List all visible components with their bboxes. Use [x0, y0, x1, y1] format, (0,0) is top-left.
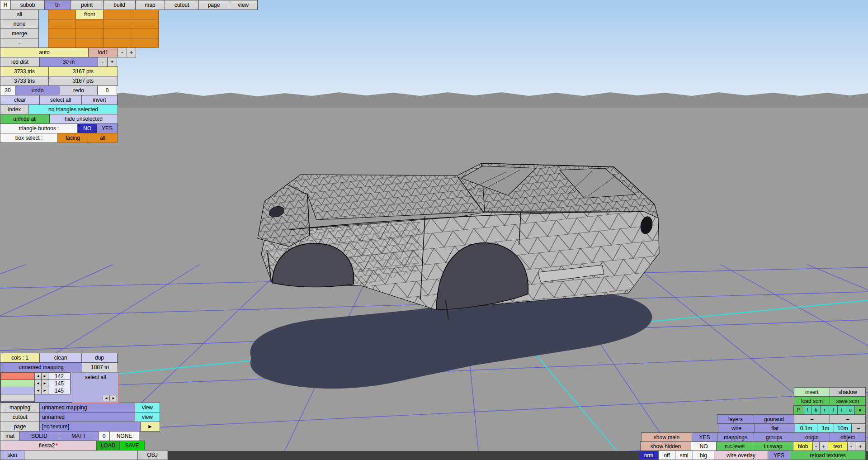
- green-increment-button[interactable]: ►: [41, 379, 48, 387]
- menu-cutout[interactable]: cutout: [165, 0, 199, 10]
- lr-swap-button[interactable]: l.r.swap: [753, 441, 793, 451]
- flat-button[interactable]: flat: [755, 423, 795, 433]
- triangle-buttons-yes[interactable]: YES: [97, 123, 118, 133]
- subob-merge-button[interactable]: merge: [0, 28, 39, 38]
- lod-dist-value[interactable]: 30 m: [39, 57, 98, 67]
- grid-cell[interactable]: [103, 19, 131, 29]
- grid-cell[interactable]: [131, 19, 159, 29]
- page-label[interactable]: page: [0, 422, 40, 432]
- layers-dash-1[interactable]: –: [794, 414, 830, 424]
- grid-cell[interactable]: [48, 19, 76, 29]
- grid-cell[interactable]: [48, 28, 76, 38]
- grid-cell[interactable]: [131, 9, 159, 19]
- view-right-button[interactable]: r: [820, 405, 829, 415]
- grid-01m-button[interactable]: 0.1m: [795, 423, 817, 433]
- mapping-name[interactable]: unnamed mapping: [0, 362, 82, 372]
- lod-dist-minus-button[interactable]: -: [98, 57, 108, 67]
- show-hidden-label[interactable]: show hidden: [640, 441, 691, 451]
- subob-none-button[interactable]: none: [0, 19, 39, 29]
- color-select-all-box[interactable]: select all ◄ ►: [72, 372, 119, 403]
- blob-plus-button[interactable]: +: [819, 441, 828, 451]
- mapping-label[interactable]: mapping: [0, 403, 40, 413]
- save-button[interactable]: SAVE: [119, 441, 145, 451]
- auto-button[interactable]: auto: [0, 47, 89, 57]
- normals-nrm-button[interactable]: nrm: [639, 451, 659, 460]
- grid-cell[interactable]: [48, 9, 76, 19]
- blob-button[interactable]: blob: [793, 441, 813, 451]
- mat-matt-button[interactable]: MATT: [59, 431, 99, 441]
- view-left-button[interactable]: l: [829, 405, 838, 415]
- invert-button[interactable]: invert: [81, 95, 118, 105]
- menu-subob[interactable]: subob: [10, 0, 45, 10]
- box-select-all[interactable]: all: [88, 133, 118, 143]
- box-select-facing[interactable]: facing: [57, 133, 88, 143]
- select-all-button[interactable]: select all: [39, 95, 82, 105]
- show-main-toggle[interactable]: YES: [692, 432, 717, 442]
- mapping-view-button[interactable]: view: [135, 403, 160, 413]
- normals-sml-button[interactable]: sml: [675, 451, 693, 460]
- shadow-button[interactable]: shadow: [830, 387, 866, 397]
- dup-button[interactable]: dup: [81, 353, 118, 363]
- model-filename[interactable]: fiesta2*: [0, 441, 97, 451]
- col-prev-button[interactable]: ◄: [103, 395, 110, 401]
- mapping-value[interactable]: unnamed mapping: [39, 403, 135, 413]
- grid-10m-button[interactable]: 10m: [834, 423, 852, 433]
- invert-view-button[interactable]: invert: [794, 387, 830, 397]
- menu-point[interactable]: point: [70, 0, 104, 10]
- grid-cell[interactable]: [131, 28, 159, 38]
- page-next-button[interactable]: ►: [140, 422, 160, 432]
- origin-button[interactable]: origin: [794, 432, 830, 442]
- mat-label[interactable]: mat: [0, 431, 20, 441]
- col-next-button[interactable]: ►: [110, 395, 117, 401]
- unhide-all-button[interactable]: unhide all: [0, 114, 50, 124]
- index-button[interactable]: index: [0, 104, 29, 114]
- blob-minus-button[interactable]: -: [812, 441, 820, 451]
- wire-button[interactable]: wire: [718, 423, 755, 433]
- grid-dash[interactable]: –: [851, 423, 866, 433]
- menu-page[interactable]: page: [198, 0, 229, 10]
- hide-unselected-button[interactable]: hide unselected: [49, 114, 118, 124]
- mat-solid-button[interactable]: SOLID: [19, 431, 59, 441]
- mat-zero-value[interactable]: 0: [98, 431, 110, 441]
- show-main-label[interactable]: show main: [641, 432, 692, 442]
- load-button[interactable]: LOAD: [96, 441, 120, 451]
- grid-cell[interactable]: [103, 9, 131, 19]
- gray-swatch[interactable]: [0, 394, 35, 402]
- save-scm-button[interactable]: save scm: [830, 396, 866, 406]
- skin-slot[interactable]: [24, 450, 138, 460]
- grid-cell-front[interactable]: front: [75, 9, 104, 19]
- show-hidden-toggle[interactable]: NO: [691, 441, 717, 451]
- triangle-buttons-no[interactable]: NO: [77, 123, 97, 133]
- cutout-view-button[interactable]: view: [135, 412, 160, 422]
- mappings-button[interactable]: mappings: [717, 432, 754, 442]
- view-front-button[interactable]: f: [803, 405, 812, 415]
- obj-button[interactable]: OBJ: [137, 450, 167, 460]
- grid-cell[interactable]: [75, 19, 104, 29]
- lod-plus-button[interactable]: +: [127, 47, 136, 57]
- subob-all-button[interactable]: all: [0, 9, 39, 19]
- grid-cell[interactable]: [103, 38, 131, 48]
- green-swatch[interactable]: [0, 379, 35, 387]
- cutout-value[interactable]: unnamed: [39, 412, 135, 422]
- normals-big-button[interactable]: big: [693, 451, 714, 460]
- blue-decrement-button[interactable]: ◄: [34, 387, 42, 394]
- lod1-button[interactable]: lod1: [88, 47, 118, 57]
- view-dot-button[interactable]: ●: [854, 405, 866, 415]
- menu-view[interactable]: view: [229, 0, 258, 10]
- menu-build[interactable]: build: [103, 0, 136, 10]
- load-scm-button[interactable]: load scm: [794, 396, 830, 406]
- menu-tri[interactable]: tri: [44, 0, 71, 10]
- groups-button[interactable]: groups: [754, 432, 794, 442]
- page-value[interactable]: [no texture]: [39, 422, 141, 432]
- text-button[interactable]: text: [828, 441, 848, 451]
- subob-dash-button[interactable]: -: [0, 38, 39, 48]
- grid-cell[interactable]: [103, 28, 131, 38]
- text-plus-button[interactable]: +: [855, 441, 866, 451]
- menu-map[interactable]: map: [135, 0, 165, 10]
- nc-level-button[interactable]: n.c.level: [716, 441, 753, 451]
- grid-cell[interactable]: [75, 38, 104, 48]
- normals-off-button[interactable]: off: [658, 451, 675, 460]
- green-decrement-button[interactable]: ◄: [34, 379, 42, 387]
- blue-increment-button[interactable]: ►: [41, 387, 48, 394]
- grid-cell[interactable]: [48, 38, 76, 48]
